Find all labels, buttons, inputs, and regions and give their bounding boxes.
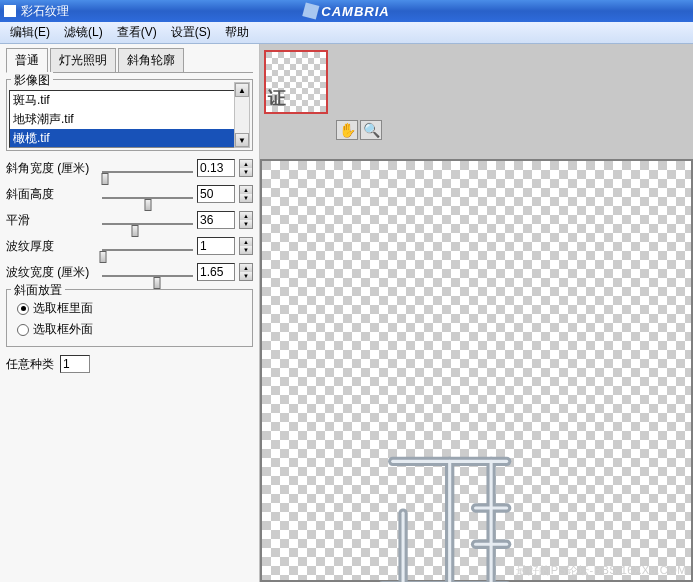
title-bar: 彩石纹理 CAMBRIA [0, 0, 693, 22]
canvas[interactable] [262, 161, 691, 580]
radio-icon[interactable] [17, 324, 29, 336]
slider-row: 波纹厚度 ▲ ▼ [6, 237, 253, 255]
slider-input[interactable] [197, 185, 235, 203]
cambria-logo-icon [302, 2, 319, 19]
radio-icon[interactable] [17, 303, 29, 315]
slider-track[interactable] [102, 265, 193, 279]
radio-label: 选取框里面 [33, 300, 93, 317]
zoom-tool-icon[interactable]: 🔍 [360, 120, 382, 140]
menu-help[interactable]: 帮助 [219, 22, 255, 43]
slider-thumb[interactable] [131, 225, 138, 237]
spin-down-icon[interactable]: ▼ [240, 246, 252, 254]
spinner[interactable]: ▲ ▼ [239, 263, 253, 281]
slider-input[interactable] [197, 159, 235, 177]
seed-input[interactable] [60, 355, 90, 373]
slider-track[interactable] [102, 187, 193, 201]
slider-input[interactable] [197, 237, 235, 255]
tab-lighting[interactable]: 灯光照明 [50, 48, 116, 72]
preview-thumbnail[interactable]: 证 [264, 50, 328, 114]
image-map-label: 影像图 [11, 72, 53, 89]
radio-outside[interactable]: 选取框外面 [17, 319, 242, 340]
list-item[interactable]: 橄榄.tif [10, 129, 234, 148]
slider-thumb[interactable] [101, 173, 108, 185]
slider-row: 斜面高度 ▲ ▼ [6, 185, 253, 203]
preview-pane: 证 ✋ 🔍 [260, 44, 693, 582]
slider-thumb[interactable] [153, 277, 160, 289]
slider-label: 波纹宽度 (厘米) [6, 264, 98, 281]
preview-glyph: 证 [268, 86, 286, 110]
tab-strip: 普通 灯光照明 斜角轮廓 [6, 48, 253, 73]
brand-name: CAMBRIA [321, 4, 389, 19]
spin-up-icon[interactable]: ▲ [240, 186, 252, 194]
brand-logo: CAMBRIA [303, 4, 389, 19]
image-map-group: 影像图 斑马.tif 地球潮声.tif 橄榄.tif 海滩.tif ▲ ▼ [6, 79, 253, 151]
slider-row: 斜角宽度 (厘米) ▲ ▼ [6, 159, 253, 177]
radio-label: 选取框外面 [33, 321, 93, 338]
slider-thumb[interactable] [99, 251, 106, 263]
spinner[interactable]: ▲ ▼ [239, 237, 253, 255]
window-title: 彩石纹理 [21, 3, 69, 20]
scroll-down-icon[interactable]: ▼ [235, 133, 249, 147]
slider-track[interactable] [102, 161, 193, 175]
canvas-content [372, 451, 517, 582]
spin-up-icon[interactable]: ▲ [240, 212, 252, 220]
slider-track[interactable] [102, 213, 193, 227]
list-item[interactable]: 斑马.tif [10, 91, 234, 110]
image-listbox[interactable]: 斑马.tif 地球潮声.tif 橄榄.tif 海滩.tif [9, 90, 235, 148]
spin-up-icon[interactable]: ▲ [240, 238, 252, 246]
spin-down-icon[interactable]: ▼ [240, 220, 252, 228]
slider-thumb[interactable] [144, 199, 151, 211]
spin-down-icon[interactable]: ▼ [240, 272, 252, 280]
window-icon [4, 5, 16, 17]
slider-row: 波纹宽度 (厘米) ▲ ▼ [6, 263, 253, 281]
tab-bevel-profile[interactable]: 斜角轮廓 [118, 48, 184, 72]
spinner[interactable]: ▲ ▼ [239, 211, 253, 229]
spinner[interactable]: ▲ ▼ [239, 185, 253, 203]
spinner[interactable]: ▲ ▼ [239, 159, 253, 177]
spin-up-icon[interactable]: ▲ [240, 264, 252, 272]
radio-inside[interactable]: 选取框里面 [17, 298, 242, 319]
slider-input[interactable] [197, 263, 235, 281]
settings-panel: 普通 灯光照明 斜角轮廓 影像图 斑马.tif 地球潮声.tif 橄榄.tif … [0, 44, 260, 582]
bevel-placement-group: 斜面放置 选取框里面 选取框外面 [6, 289, 253, 347]
listbox-scrollbar[interactable]: ▲ ▼ [234, 82, 250, 148]
slider-row: 平滑 ▲ ▼ [6, 211, 253, 229]
menu-view[interactable]: 查看(V) [111, 22, 163, 43]
slider-label: 斜角宽度 (厘米) [6, 160, 98, 177]
bevel-placement-label: 斜面放置 [11, 282, 65, 299]
watermark: 最好的PS论坛-BBS.16XX8.COM [516, 563, 687, 578]
tab-general[interactable]: 普通 [6, 48, 48, 73]
seed-row: 任意种类 [6, 355, 253, 373]
slider-input[interactable] [197, 211, 235, 229]
scroll-track[interactable] [235, 97, 249, 133]
scroll-up-icon[interactable]: ▲ [235, 83, 249, 97]
slider-label: 斜面高度 [6, 186, 98, 203]
slider-track[interactable] [102, 239, 193, 253]
seed-label: 任意种类 [6, 356, 54, 373]
spin-up-icon[interactable]: ▲ [240, 160, 252, 168]
preview-toolbar: 证 ✋ 🔍 [260, 44, 693, 159]
menu-edit[interactable]: 编辑(E) [4, 22, 56, 43]
slider-label: 波纹厚度 [6, 238, 98, 255]
spin-down-icon[interactable]: ▼ [240, 194, 252, 202]
slider-label: 平滑 [6, 212, 98, 229]
list-item[interactable]: 地球潮声.tif [10, 110, 234, 129]
spin-down-icon[interactable]: ▼ [240, 168, 252, 176]
menu-bar: 编辑(E) 滤镜(L) 查看(V) 设置(S) 帮助 [0, 22, 693, 44]
pan-tool-icon[interactable]: ✋ [336, 120, 358, 140]
menu-settings[interactable]: 设置(S) [165, 22, 217, 43]
menu-filter[interactable]: 滤镜(L) [58, 22, 109, 43]
